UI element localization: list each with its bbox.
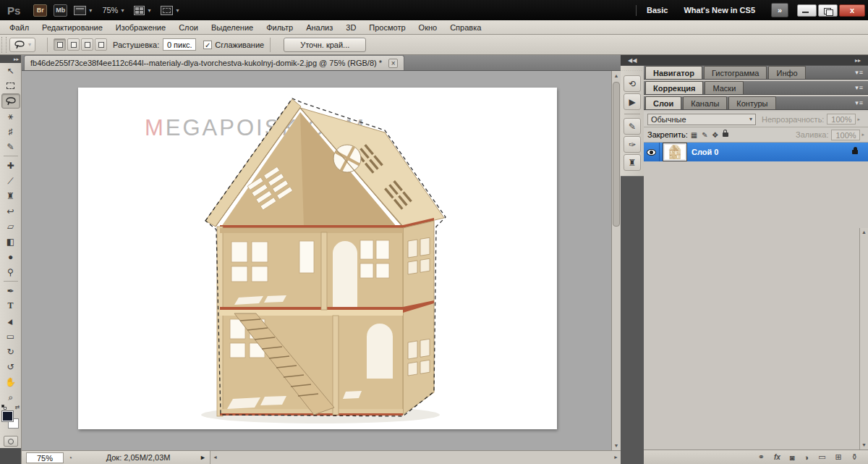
- tools-panel-collapse[interactable]: ▸▸: [0, 55, 21, 63]
- menu-file[interactable]: Файл: [3, 22, 35, 33]
- canvas-vertical-scrollbar[interactable]: ▲ ▼: [611, 71, 621, 450]
- actions-panel-button[interactable]: ▶: [624, 93, 641, 110]
- scroll-down-icon[interactable]: ▼: [860, 441, 868, 450]
- panel-menu-icon[interactable]: ▾≡: [855, 99, 864, 106]
- close-button[interactable]: x: [839, 4, 865, 17]
- view-extras-button[interactable]: ▾: [74, 6, 92, 15]
- tool-preset-picker[interactable]: ▾: [9, 38, 35, 52]
- add-selection-mode-button[interactable]: [67, 38, 80, 51]
- layer-row-selected[interactable]: Слой 0: [644, 143, 868, 161]
- new-selection-mode-button[interactable]: [54, 38, 66, 51]
- lasso-tool[interactable]: [1, 93, 20, 109]
- gradient-tool[interactable]: ◧: [1, 234, 20, 249]
- layer-visibility-toggle[interactable]: [644, 143, 660, 161]
- restore-button[interactable]: [818, 4, 838, 17]
- subtract-selection-mode-button[interactable]: [81, 38, 93, 51]
- layers-scrollbar[interactable]: ▲ ▼: [859, 228, 868, 450]
- lock-transparency-icon[interactable]: ▦: [691, 131, 697, 139]
- rotate-3d-tool[interactable]: ↻: [1, 344, 20, 359]
- document-close-icon[interactable]: ×: [388, 59, 398, 68]
- layer-name[interactable]: Слой 0: [692, 148, 852, 156]
- layer-style-icon[interactable]: fx: [774, 453, 780, 461]
- path-selection-tool[interactable]: ►: [1, 313, 20, 329]
- feather-input[interactable]: [163, 38, 196, 51]
- menu-filter[interactable]: Фильтр: [260, 22, 299, 33]
- launch-bridge-button[interactable]: Br: [33, 4, 47, 17]
- refine-edge-button[interactable]: Уточн. край...: [284, 38, 366, 52]
- document-canvas[interactable]: MEGAPOISK.COM: [78, 88, 557, 429]
- lock-position-icon[interactable]: ✥: [712, 131, 718, 139]
- menu-layers[interactable]: Слои: [172, 22, 205, 33]
- scroll-left-icon[interactable]: ◄: [210, 451, 220, 464]
- link-layers-icon[interactable]: ⚭: [758, 452, 765, 462]
- clone-source-panel-button[interactable]: ♜: [624, 154, 641, 171]
- opacity-spinner-icon[interactable]: ▸: [857, 117, 860, 122]
- layers-list-empty-area[interactable]: [644, 242, 859, 450]
- eyedropper-tool[interactable]: ✎: [1, 139, 20, 154]
- launch-mini-bridge-button[interactable]: Mb: [54, 4, 67, 17]
- tool-presets-panel-button[interactable]: ✎: [624, 118, 641, 135]
- panel-menu-icon[interactable]: ▾≡: [855, 84, 864, 91]
- scroll-up-icon[interactable]: ▲: [860, 228, 868, 237]
- delete-layer-icon[interactable]: ⚱: [851, 452, 858, 462]
- tab-navigator[interactable]: Навигатор: [645, 66, 702, 79]
- canvas-horizontal-scrollbar[interactable]: ◄ ►: [210, 451, 621, 464]
- lock-pixels-icon[interactable]: ✎: [702, 131, 707, 139]
- scroll-right-icon[interactable]: ►: [611, 451, 621, 464]
- hand-tool[interactable]: ✋: [1, 374, 20, 389]
- tab-layers[interactable]: Слои: [645, 96, 681, 109]
- scroll-up-icon[interactable]: ▲: [612, 71, 621, 80]
- healing-brush-tool[interactable]: ✚: [1, 158, 20, 173]
- tab-paths[interactable]: Контуры: [728, 96, 775, 109]
- antialias-checkbox[interactable]: ✓: [203, 41, 212, 49]
- type-tool[interactable]: T: [1, 298, 20, 313]
- tab-histogram[interactable]: Гистограмма: [704, 66, 767, 79]
- layer-thumbnail[interactable]: [663, 143, 686, 161]
- workspace-basic-button[interactable]: Basic: [647, 6, 668, 14]
- fill-spinner-icon[interactable]: ▸: [861, 132, 864, 138]
- fill-value[interactable]: 100%: [831, 130, 860, 140]
- eraser-tool[interactable]: ▱: [1, 219, 20, 234]
- tab-info[interactable]: Инфо: [768, 66, 805, 79]
- menu-3d[interactable]: 3D: [339, 22, 362, 33]
- dodge-tool[interactable]: ⚲: [1, 264, 20, 279]
- blur-tool[interactable]: ●: [1, 249, 20, 264]
- crop-tool[interactable]: ♯: [1, 124, 20, 139]
- brush-panel-button[interactable]: ✑: [624, 136, 641, 153]
- brush-tool[interactable]: ⟋: [1, 173, 20, 188]
- tab-masks[interactable]: Маски: [705, 81, 744, 94]
- workspace-whats-new-button[interactable]: What's New in CS5: [684, 6, 755, 14]
- blend-mode-dropdown[interactable]: Обычные ▾: [647, 114, 756, 125]
- history-brush-tool[interactable]: ↩: [1, 203, 20, 219]
- menu-analysis[interactable]: Анализ: [299, 22, 339, 33]
- layer-mask-icon[interactable]: ◙: [790, 453, 795, 462]
- menu-select[interactable]: Выделение: [205, 22, 260, 33]
- minimize-button[interactable]: [797, 4, 817, 17]
- foreground-color-swatch[interactable]: [2, 411, 13, 421]
- zoom-level-dropdown[interactable]: 75% ▾: [102, 6, 124, 14]
- tab-channels[interactable]: Каналы: [683, 96, 727, 109]
- menu-help[interactable]: Справка: [443, 22, 488, 33]
- workspace-expand-button[interactable]: »: [771, 3, 788, 17]
- collapse-panels-icon[interactable]: ◀◀: [628, 57, 637, 64]
- move-tool[interactable]: ↖: [1, 63, 20, 78]
- intersect-selection-mode-button[interactable]: [95, 38, 107, 51]
- quick-mask-button[interactable]: [4, 436, 18, 447]
- swap-colors-icon[interactable]: ⇄: [15, 404, 20, 410]
- lock-all-icon[interactable]: [723, 132, 728, 137]
- expand-panels-icon[interactable]: ▸▸: [855, 57, 861, 64]
- screen-mode-button[interactable]: ▾: [161, 6, 179, 15]
- rectangular-marquee-tool[interactable]: [1, 78, 20, 93]
- layer-group-icon[interactable]: ▭: [818, 452, 825, 462]
- pen-tool[interactable]: ✒: [1, 283, 20, 298]
- menu-edit[interactable]: Редактирование: [35, 22, 109, 33]
- zoom-tool[interactable]: ⌕: [1, 389, 20, 405]
- default-colors-icon[interactable]: [1, 405, 7, 410]
- orbit-3d-tool[interactable]: ↺: [1, 359, 20, 374]
- tab-adjustments[interactable]: Коррекция: [645, 81, 703, 94]
- arrange-documents-button[interactable]: ▾: [134, 6, 150, 15]
- menu-window[interactable]: Окно: [412, 22, 444, 33]
- vertical-scroll-thumb[interactable]: [613, 82, 620, 227]
- adjustment-layer-icon[interactable]: ◑: [804, 453, 809, 462]
- clone-stamp-tool[interactable]: ♜: [1, 188, 20, 203]
